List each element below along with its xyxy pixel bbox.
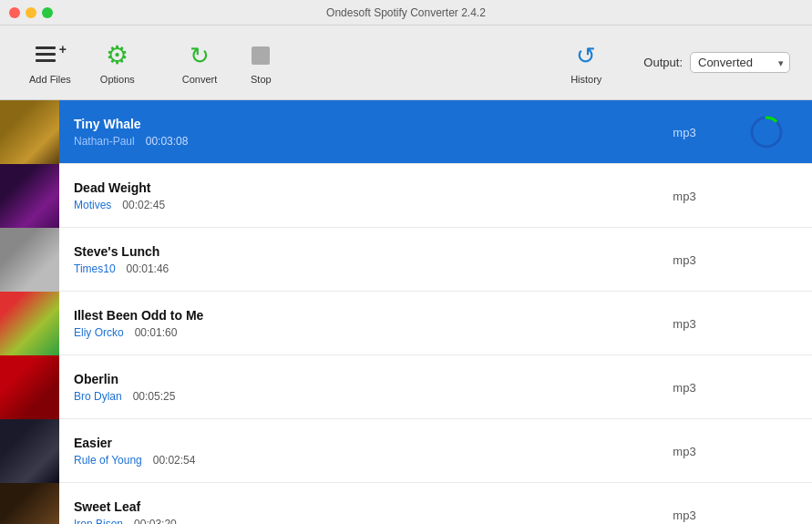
- song-duration: 00:01:60: [135, 326, 178, 339]
- song-info: EasierRule of Young00:02:54: [59, 436, 648, 467]
- history-icon: ↺: [571, 41, 601, 70]
- song-meta: Times1000:01:46: [74, 262, 633, 275]
- progress-container: 11.1 %: [749, 115, 784, 149]
- song-artist[interactable]: Motives: [74, 199, 111, 211]
- song-format-wrap: mp3: [648, 124, 721, 140]
- song-status: 11.1 %: [721, 115, 812, 149]
- song-meta: Eliy Orcko00:01:60: [74, 326, 633, 339]
- song-format-wrap: mp3: [648, 252, 721, 268]
- song-thumbnail: [0, 164, 59, 228]
- song-meta: Rule of Young00:02:54: [74, 454, 633, 467]
- song-thumbnail: [0, 419, 59, 483]
- song-duration: 00:03:20: [134, 518, 177, 525]
- song-artist[interactable]: Eliy Orcko: [74, 326, 124, 339]
- song-artist[interactable]: Bro Dylan: [74, 390, 122, 403]
- window-title: Ondesoft Spotify Converter 2.4.2: [326, 6, 486, 19]
- song-format: mp3: [673, 253, 695, 267]
- song-row[interactable]: EasierRule of Young00:02:54mp3: [0, 419, 812, 483]
- song-info: Illest Been Odd to MeEliy Orcko00:01:60: [59, 308, 648, 339]
- add-files-label: Add Files: [29, 74, 71, 85]
- title-bar: Ondesoft Spotify Converter 2.4.2: [0, 0, 812, 26]
- song-thumbnail: [0, 228, 59, 292]
- song-duration: 00:05:25: [133, 390, 176, 403]
- song-list: Tiny WhaleNathan-Paul00:03:08mp311.1 %De…: [0, 100, 812, 524]
- convert-button[interactable]: ↻ Convert: [168, 41, 232, 85]
- song-row[interactable]: Tiny WhaleNathan-Paul00:03:08mp311.1 %: [0, 100, 812, 164]
- song-thumbnail: [0, 483, 59, 525]
- convert-label: Convert: [182, 74, 218, 85]
- song-artist[interactable]: Rule of Young: [74, 454, 142, 467]
- song-title: Dead Weight: [74, 180, 633, 195]
- maximize-button[interactable]: [42, 7, 53, 18]
- song-title: Steve's Lunch: [74, 244, 633, 259]
- song-format-wrap: mp3: [648, 443, 721, 459]
- song-info: Sweet LeafIron Bison00:03:20: [59, 499, 648, 525]
- song-format: mp3: [673, 445, 695, 458]
- song-meta: Motives00:02:45: [74, 199, 633, 211]
- song-title: Sweet Leaf: [74, 499, 633, 514]
- song-meta: Iron Bison00:03:20: [74, 518, 633, 525]
- song-artist[interactable]: Iron Bison: [74, 518, 123, 525]
- song-thumbnail: [0, 292, 59, 355]
- song-title: Illest Been Odd to Me: [74, 308, 633, 323]
- stop-button[interactable]: Stop: [231, 41, 290, 85]
- close-button[interactable]: [9, 7, 20, 18]
- song-info: Steve's LunchTimes1000:01:46: [59, 244, 648, 275]
- song-format: mp3: [673, 509, 695, 522]
- song-row[interactable]: Sweet LeafIron Bison00:03:20mp3: [0, 483, 812, 524]
- add-files-button[interactable]: + Add Files: [15, 41, 86, 85]
- options-button[interactable]: ⚙ Options: [86, 41, 149, 85]
- song-meta: Nathan-Paul00:03:08: [74, 135, 633, 148]
- add-files-icon: +: [36, 41, 65, 70]
- song-format-wrap: mp3: [648, 188, 721, 204]
- song-meta: Bro Dylan00:05:25: [74, 390, 633, 403]
- song-format-wrap: mp3: [648, 315, 721, 332]
- song-row[interactable]: Steve's LunchTimes1000:01:46mp3: [0, 228, 812, 292]
- song-duration: 00:01:46: [127, 262, 170, 275]
- output-select[interactable]: ConvertedMusicDesktopDownloads: [690, 52, 790, 73]
- song-format: mp3: [673, 126, 695, 139]
- song-row[interactable]: Dead WeightMotives00:02:45mp3: [0, 164, 812, 228]
- song-title: Oberlin: [74, 372, 633, 386]
- song-format: mp3: [673, 190, 695, 203]
- song-thumbnail: [0, 100, 59, 164]
- window-controls[interactable]: [9, 7, 53, 18]
- song-info: Tiny WhaleNathan-Paul00:03:08: [59, 117, 648, 148]
- song-duration: 00:02:54: [153, 454, 196, 467]
- output-select-wrapper[interactable]: ConvertedMusicDesktopDownloads: [690, 52, 790, 73]
- song-thumbnail: [0, 355, 59, 419]
- stop-icon: [246, 41, 275, 70]
- song-info: OberlinBro Dylan00:05:25: [59, 372, 648, 403]
- song-format-wrap: mp3: [648, 379, 721, 396]
- minimize-button[interactable]: [26, 7, 36, 18]
- history-label: History: [570, 74, 601, 85]
- song-row[interactable]: Illest Been Odd to MeEliy Orcko00:01:60m…: [0, 292, 812, 355]
- gear-icon: ⚙: [103, 41, 132, 70]
- history-button[interactable]: ↺ History: [556, 41, 616, 85]
- song-title: Easier: [74, 436, 633, 450]
- output-area: Output: ConvertedMusicDesktopDownloads: [643, 52, 790, 73]
- song-duration: 00:03:08: [146, 135, 189, 148]
- options-label: Options: [100, 74, 135, 85]
- song-format: mp3: [673, 381, 695, 395]
- progress-circle: [749, 115, 784, 149]
- song-duration: 00:02:45: [122, 199, 165, 211]
- song-artist[interactable]: Nathan-Paul: [74, 135, 135, 148]
- song-format-wrap: mp3: [648, 507, 721, 523]
- song-artist[interactable]: Times10: [74, 262, 116, 275]
- convert-icon: ↻: [185, 41, 214, 70]
- song-info: Dead WeightMotives00:02:45: [59, 180, 648, 211]
- stop-label: Stop: [251, 74, 272, 85]
- song-title: Tiny Whale: [74, 117, 633, 131]
- toolbar: + Add Files ⚙ Options ↻ Convert Stop ↺ H…: [0, 26, 812, 100]
- song-row[interactable]: OberlinBro Dylan00:05:25mp3: [0, 355, 812, 419]
- song-format: mp3: [673, 317, 695, 331]
- output-label: Output:: [643, 56, 683, 69]
